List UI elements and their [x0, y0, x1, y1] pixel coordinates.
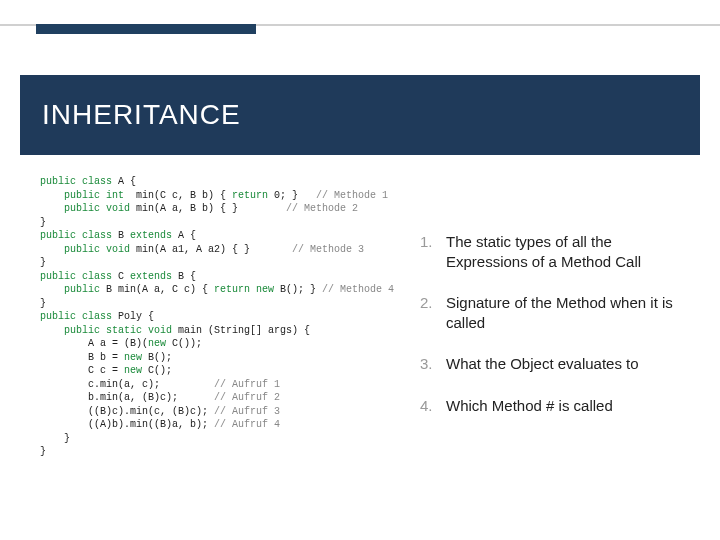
- code-line: B b = new B();: [40, 351, 400, 365]
- code-line: public B min(A a, C c) { return new B();…: [40, 283, 400, 297]
- code-block: public class A { public int min(C c, B b…: [40, 175, 400, 459]
- slide-title: INHERITANCE: [42, 99, 241, 131]
- list-item: What the Object evaluates to: [420, 354, 690, 374]
- code-line: }: [40, 256, 400, 270]
- list-item-text: The static types of all the Expressions …: [446, 232, 690, 271]
- code-line: public class C extends B {: [40, 270, 400, 284]
- code-line: public int min(C c, B b) { return 0; } /…: [40, 189, 400, 203]
- list-item-text: Which Method # is called: [446, 396, 690, 416]
- code-line: c.min(a, c); // Aufruf 1: [40, 378, 400, 392]
- code-line: public static void main (String[] args) …: [40, 324, 400, 338]
- top-accent-bar: [36, 24, 256, 34]
- code-line: public class Poly {: [40, 310, 400, 324]
- list-item: Signature of the Method when it is calle…: [420, 293, 690, 332]
- code-line: }: [40, 216, 400, 230]
- list-item-text: Signature of the Method when it is calle…: [446, 293, 690, 332]
- list-item: The static types of all the Expressions …: [420, 232, 690, 271]
- code-line: }: [40, 432, 400, 446]
- code-line: }: [40, 297, 400, 311]
- code-line: C c = new C();: [40, 364, 400, 378]
- numbered-list: The static types of all the Expressions …: [420, 232, 690, 415]
- title-band: INHERITANCE: [20, 75, 700, 155]
- code-line: public class B extends A {: [40, 229, 400, 243]
- code-line: b.min(a, (B)c); // Aufruf 2: [40, 391, 400, 405]
- code-line: }: [40, 445, 400, 459]
- list-item: Which Method # is called: [420, 396, 690, 416]
- right-panel: The static types of all the Expressions …: [420, 232, 690, 437]
- list-item-text: What the Object evaluates to: [446, 354, 690, 374]
- code-line: ((A)b).min((B)a, b); // Aufruf 4: [40, 418, 400, 432]
- code-line: A a = (B)(new C());: [40, 337, 400, 351]
- code-line: public class A {: [40, 175, 400, 189]
- code-line: public void min(A a, B b) { } // Methode…: [40, 202, 400, 216]
- code-line: ((B)c).min(c, (B)c); // Aufruf 3: [40, 405, 400, 419]
- code-line: public void min(A a1, A a2) { } // Metho…: [40, 243, 400, 257]
